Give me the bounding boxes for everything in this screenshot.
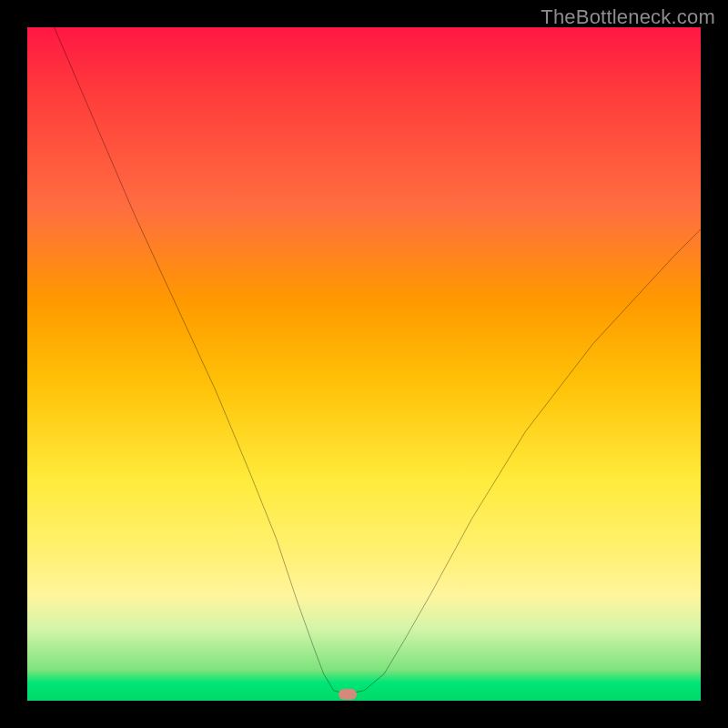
optimal-point-marker (339, 689, 357, 700)
watermark-text: TheBottleneck.com (541, 5, 715, 29)
plot-area (27, 27, 701, 701)
chart-frame: TheBottleneck.com (0, 0, 728, 728)
bottleneck-curve (27, 27, 701, 701)
